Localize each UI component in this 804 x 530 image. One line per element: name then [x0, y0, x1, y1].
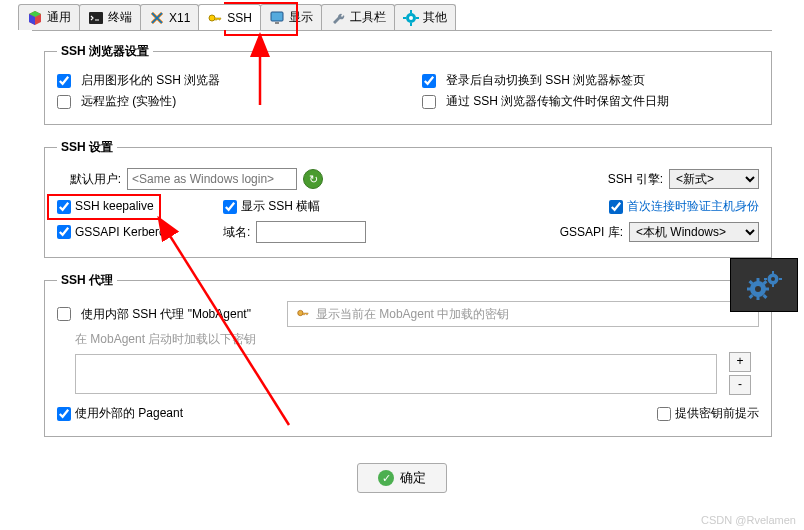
- x11-icon: [149, 10, 165, 26]
- tab-label: 终端: [108, 9, 132, 26]
- content-area: SSH 浏览器设置 启用图形化的 SSH 浏览器 远程监控 (实验性) 登录后自…: [32, 30, 772, 437]
- gssapi-lib-select[interactable]: <本机 Windows>: [629, 222, 759, 242]
- key-icon: [207, 10, 223, 26]
- svg-rect-17: [747, 288, 751, 291]
- legend: SSH 设置: [57, 139, 117, 156]
- svg-point-10: [298, 310, 303, 315]
- key-display-box[interactable]: 显示当前在 MobAgent 中加载的密钥: [287, 301, 759, 327]
- enable-gui-browser-label: 启用图形化的 SSH 浏览器: [81, 72, 220, 89]
- reload-button[interactable]: ↻: [303, 169, 323, 189]
- show-banner-label: 显示 SSH 横幅: [241, 199, 320, 213]
- tab-label: 显示: [289, 9, 313, 26]
- tab-terminal[interactable]: 终端: [79, 4, 141, 30]
- legend: SSH 浏览器设置: [57, 43, 153, 60]
- show-banner-checkbox[interactable]: [223, 200, 237, 214]
- preserve-date-label: 通过 SSH 浏览器传输文件时保留文件日期: [446, 93, 669, 110]
- key-icon: [296, 306, 310, 323]
- svg-rect-2: [271, 12, 283, 21]
- cube-icon: [27, 10, 43, 26]
- prompt-key-label: 提供密钥前提示: [675, 406, 759, 420]
- svg-point-1: [209, 15, 215, 21]
- watermark: CSDN @Rvelamen: [701, 514, 796, 526]
- tab-ssh[interactable]: SSH: [198, 4, 261, 30]
- svg-rect-8: [403, 17, 406, 19]
- gear-icon: [403, 10, 419, 26]
- svg-rect-16: [757, 296, 760, 300]
- legend: SSH 代理: [57, 272, 117, 289]
- tab-toolbar[interactable]: 工具栏: [321, 4, 395, 30]
- svg-rect-25: [772, 271, 774, 274]
- ok-button-label: 确定: [400, 469, 426, 487]
- default-user-label: 默认用户:: [57, 171, 121, 188]
- svg-rect-27: [764, 278, 767, 280]
- gssapi-label: GSSAPI Kerberos: [75, 225, 172, 239]
- tab-label: 其他: [423, 9, 447, 26]
- external-pageant-checkbox[interactable]: [57, 407, 71, 421]
- ssh-settings-group: SSH 设置 默认用户: ↻ SSH 引擎: <新式> SSH keepaliv…: [44, 139, 772, 258]
- internal-agent-checkbox[interactable]: [57, 307, 71, 321]
- tab-bar: 通用 终端 X11 SSH 显示 工具栏 其他: [0, 0, 804, 30]
- svg-rect-7: [410, 23, 412, 26]
- svg-rect-26: [772, 284, 774, 287]
- svg-rect-9: [416, 17, 419, 19]
- verify-host-checkbox[interactable]: [609, 200, 623, 214]
- internal-agent-label: 使用内部 SSH 代理 "MobAgent": [81, 306, 251, 323]
- ssh-agent-group: SSH 代理 使用内部 SSH 代理 "MobAgent" 显示当前在 MobA…: [44, 272, 772, 437]
- ok-button[interactable]: ✓ 确定: [357, 463, 447, 493]
- load-keys-label: 在 MobAgent 启动时加载以下密钥: [75, 331, 256, 348]
- browser-settings-group: SSH 浏览器设置 启用图形化的 SSH 浏览器 远程监控 (实验性) 登录后自…: [44, 43, 772, 125]
- ok-bar: ✓ 确定: [0, 451, 804, 505]
- svg-point-24: [771, 277, 775, 281]
- default-user-field[interactable]: [127, 168, 297, 190]
- side-gear-widget[interactable]: [730, 258, 798, 312]
- tab-label: X11: [169, 11, 190, 25]
- terminal-icon: [88, 10, 104, 26]
- gssapi-checkbox[interactable]: [57, 225, 71, 239]
- tab-other[interactable]: 其他: [394, 4, 456, 30]
- preserve-date-checkbox[interactable]: [422, 95, 436, 109]
- tab-label: SSH: [227, 11, 252, 25]
- check-icon: ✓: [378, 470, 394, 486]
- remote-monitor-label: 远程监控 (实验性): [81, 93, 176, 110]
- tab-general[interactable]: 通用: [18, 4, 80, 30]
- engine-label: SSH 引擎:: [608, 171, 663, 188]
- svg-point-5: [409, 16, 413, 20]
- wrench-icon: [330, 10, 346, 26]
- engine-select[interactable]: <新式>: [669, 169, 759, 189]
- key-display-text: 显示当前在 MobAgent 中加载的密钥: [316, 306, 509, 323]
- remove-key-button[interactable]: -: [729, 375, 751, 395]
- verify-host-label: 首次连接时验证主机身份: [627, 199, 759, 213]
- auto-switch-label: 登录后自动切换到 SSH 浏览器标签页: [446, 72, 645, 89]
- auto-switch-checkbox[interactable]: [422, 74, 436, 88]
- svg-rect-0: [89, 12, 103, 24]
- keepalive-checkbox[interactable]: [57, 200, 71, 214]
- svg-point-14: [755, 286, 761, 292]
- external-pageant-label: 使用外部的 Pageant: [75, 406, 183, 420]
- svg-rect-6: [410, 10, 412, 13]
- domain-field[interactable]: [256, 221, 366, 243]
- svg-rect-3: [275, 22, 279, 24]
- remote-monitor-checkbox[interactable]: [57, 95, 71, 109]
- svg-rect-28: [779, 278, 782, 280]
- enable-gui-browser-checkbox[interactable]: [57, 74, 71, 88]
- monitor-icon: [269, 10, 285, 26]
- prompt-key-checkbox[interactable]: [657, 407, 671, 421]
- tab-label: 通用: [47, 9, 71, 26]
- add-key-button[interactable]: +: [729, 352, 751, 372]
- keys-textarea[interactable]: [75, 354, 717, 394]
- tab-x11[interactable]: X11: [140, 4, 199, 30]
- tab-label: 工具栏: [350, 9, 386, 26]
- tab-display[interactable]: 显示: [260, 4, 322, 30]
- keepalive-label: SSH keepalive: [75, 199, 154, 213]
- svg-rect-15: [757, 278, 760, 282]
- domain-label: 域名:: [223, 224, 250, 241]
- gssapi-lib-label: GSSAPI 库:: [560, 224, 623, 241]
- svg-rect-18: [765, 288, 769, 291]
